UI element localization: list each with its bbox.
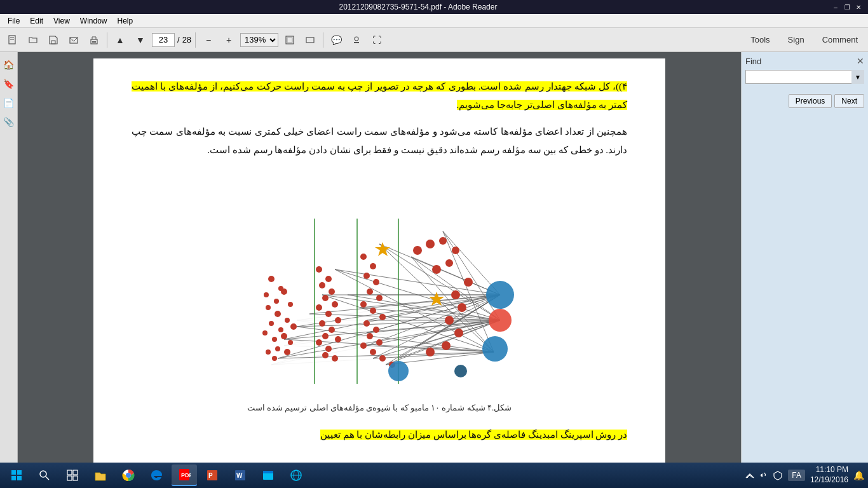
zoom-select[interactable]: 139% 100% 125% 150% 75% [240, 33, 278, 47]
taskbar-ppt-button[interactable]: P [200, 464, 225, 486]
find-dropdown-button[interactable]: ▼ [851, 70, 864, 84]
find-previous-button[interactable]: Previous [789, 94, 832, 108]
sidebar-home-icon[interactable]: 🏠 [1, 57, 17, 72]
svg-point-124 [373, 279, 379, 285]
svg-point-123 [363, 273, 370, 279]
svg-point-114 [329, 327, 335, 333]
svg-point-136 [379, 355, 386, 362]
email-button[interactable] [65, 31, 83, 49]
large-node-mid [489, 309, 512, 332]
taskbar-search-button[interactable] [32, 464, 57, 486]
language-indicator[interactable]: FA [788, 470, 805, 481]
taskbar-internet-button[interactable] [283, 464, 309, 486]
find-navigation: Previous Next [745, 94, 864, 108]
menu-edit[interactable]: Edit [25, 15, 48, 27]
svg-point-148 [454, 329, 463, 337]
svg-line-42 [322, 295, 500, 320]
pdf-page: ۴))، کل شبکه جهتدار رسم شده است. بطوری ک… [93, 58, 665, 463]
fit-page-button[interactable] [281, 31, 299, 49]
zoom-in-button[interactable]: + [220, 31, 238, 49]
left-sidebar: 🏠 🔖 📄 📎 [0, 52, 18, 463]
svg-point-130 [363, 320, 370, 327]
right-panel: Find ✕ ▼ Previous Next [741, 52, 868, 463]
svg-point-89 [266, 305, 271, 310]
svg-point-97 [272, 337, 277, 342]
network-icon [745, 470, 755, 480]
svg-point-135 [370, 349, 376, 355]
sidebar-page-icon[interactable]: 📄 [1, 95, 17, 111]
svg-rect-172 [263, 471, 273, 473]
page-input-group: / 28 [152, 33, 191, 47]
clock-time: 11:10 PM [810, 465, 848, 475]
comment-panel-button[interactable]: Comment [816, 32, 864, 47]
minimize-button[interactable]: – [831, 3, 840, 11]
menu-file[interactable]: File [3, 15, 25, 27]
taskbar-taskview-button[interactable] [60, 464, 85, 486]
find-next-button[interactable]: Next [834, 94, 864, 108]
comment-button[interactable]: 💬 [327, 31, 345, 49]
zoom-out-button[interactable]: − [200, 31, 217, 49]
svg-rect-6 [92, 41, 96, 43]
sidebar-bookmark-icon[interactable]: 🔖 [1, 76, 17, 92]
taskbar-right: FA 11:10 PM 12/19/2016 🔔 [745, 465, 864, 485]
menu-help[interactable]: Help [112, 15, 139, 27]
svg-point-94 [278, 327, 283, 332]
taskbar-edge-button[interactable] [144, 464, 169, 486]
toolbar: ▲ ▼ / 28 − + 139% 100% 125% 150% 75% 💬 ⛶… [0, 28, 868, 52]
taskbar-clock: 11:10 PM 12/19/2016 [810, 465, 848, 485]
find-search-input[interactable] [745, 70, 864, 84]
menu-window[interactable]: Window [75, 15, 112, 27]
open-button[interactable] [24, 31, 42, 49]
svg-point-107 [329, 288, 335, 295]
fullscreen-button[interactable]: ⛶ [368, 31, 386, 49]
save-button[interactable] [44, 31, 62, 49]
prev-page-button[interactable]: ▲ [111, 31, 129, 49]
taskbar-chrome-button[interactable] [116, 464, 141, 486]
highlighted-text-1: ۴))، کل شبکه جهتدار رسم شده است. بطوری ک… [132, 81, 627, 110]
stamp-button[interactable] [348, 31, 365, 49]
svg-point-150 [426, 348, 435, 356]
print-button[interactable] [85, 31, 103, 49]
svg-point-133 [376, 339, 383, 346]
svg-point-122 [370, 263, 376, 269]
taskbar-word-button[interactable]: W [227, 464, 253, 486]
taskbar-explorer-button[interactable] [255, 464, 281, 486]
page-total: 28 [182, 35, 191, 44]
new-button[interactable] [4, 31, 22, 49]
next-page-button[interactable]: ▼ [132, 31, 149, 49]
fig-caption: شکل.۴ شبکه شماره ۱۰ مامبو که با شیوه‌ی م… [132, 403, 627, 413]
svg-rect-8 [287, 37, 292, 43]
menu-view[interactable]: View [48, 15, 75, 27]
svg-point-84 [268, 276, 275, 282]
svg-point-134 [360, 342, 367, 349]
page-number-input[interactable] [152, 33, 175, 47]
svg-point-103 [272, 356, 277, 361]
taskbar-folder-button[interactable] [88, 464, 113, 486]
fit-width-button[interactable] [301, 31, 319, 49]
security-icon [773, 470, 783, 480]
pdf-viewport[interactable]: ۴))، کل شبکه جهتدار رسم شده است. بطوری ک… [18, 52, 741, 463]
svg-point-90 [288, 302, 293, 307]
svg-point-129 [379, 314, 386, 320]
sidebar-attach-icon[interactable]: 📎 [1, 114, 17, 130]
start-button[interactable] [4, 464, 29, 486]
sign-button[interactable]: Sign [782, 32, 811, 47]
svg-point-118 [325, 346, 332, 352]
taskbar-adobe-button[interactable]: PDF [172, 464, 197, 486]
svg-point-126 [376, 295, 383, 301]
tools-button[interactable]: Tools [744, 32, 776, 47]
find-close-button[interactable]: ✕ [857, 56, 864, 66]
notification-button[interactable]: 🔔 [853, 470, 864, 480]
svg-rect-153 [11, 470, 16, 475]
main-area: 🏠 🔖 📄 📎 ۴))، کل شبکه جهتدار رسم شده است.… [0, 52, 868, 463]
find-title: Find ✕ [745, 56, 864, 66]
highlighted-text-3: در روش اسپرینگ امبدینگ فاصله‌ی گره‌ها بر… [320, 430, 627, 440]
close-button[interactable]: ✕ [854, 3, 863, 11]
network-graph-container [132, 168, 627, 396]
sep1 [107, 32, 107, 48]
svg-text:PDF: PDF [181, 472, 191, 478]
svg-point-10 [355, 37, 358, 41]
maximize-button[interactable]: ❐ [843, 3, 851, 11]
svg-point-113 [319, 320, 325, 327]
svg-text:W: W [236, 472, 243, 479]
